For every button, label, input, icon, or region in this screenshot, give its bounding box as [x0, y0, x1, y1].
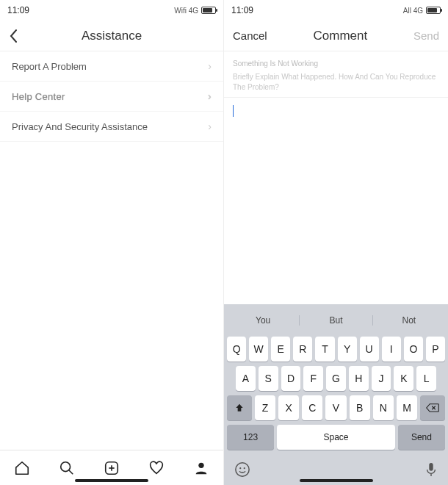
key-k[interactable]: K	[394, 366, 413, 391]
battery-icon	[426, 7, 441, 14]
suggestion-1[interactable]: You	[227, 315, 299, 326]
key-j[interactable]: J	[372, 366, 391, 391]
numbers-key[interactable]: 123	[227, 425, 274, 450]
svg-point-8	[236, 463, 249, 476]
svg-line-1	[69, 470, 73, 474]
suggestion-row: You But Not	[227, 309, 445, 332]
keyboard-send-key[interactable]: Send	[398, 425, 445, 450]
emoji-icon[interactable]	[234, 461, 250, 478]
prompt-line2: Briefly Explain What Happened. How And C…	[233, 72, 439, 93]
prompt-line1: Something Is Not Working	[233, 59, 439, 69]
key-r[interactable]: R	[293, 337, 312, 362]
activity-heart-icon[interactable]	[148, 460, 165, 476]
key-e[interactable]: E	[271, 337, 290, 362]
key-i[interactable]: I	[382, 337, 401, 362]
status-bar-left: 11:09 Wifi 4G	[0, 0, 223, 21]
menu-item-help-center[interactable]: Help Center ›	[0, 82, 223, 112]
key-w[interactable]: W	[249, 337, 268, 362]
key-t[interactable]: T	[315, 337, 334, 362]
menu-label: Report A Problem	[12, 61, 87, 72]
search-icon[interactable]	[59, 460, 75, 476]
comment-input[interactable]	[224, 98, 448, 304]
mic-icon[interactable]	[424, 461, 438, 478]
backspace-key[interactable]	[420, 395, 445, 420]
svg-point-5	[198, 462, 203, 467]
svg-point-9	[239, 467, 241, 469]
key-row-3: Z X C V B N M	[227, 395, 445, 420]
suggestion-2[interactable]: But	[299, 315, 372, 326]
menu-item-report-problem[interactable]: Report A Problem ›	[0, 51, 223, 82]
space-key[interactable]: Space	[277, 425, 395, 450]
page-title: Comment	[313, 29, 367, 43]
key-p[interactable]: P	[426, 337, 445, 362]
suggestion-3[interactable]: Not	[373, 315, 445, 326]
home-indicator[interactable]	[300, 479, 373, 482]
comment-prompt: Something Is Not Working Briefly Explain…	[224, 51, 448, 98]
keyboard: You But Not Q W E R T Y U I O P A S D F	[224, 304, 448, 457]
key-d[interactable]: D	[281, 366, 301, 391]
key-h[interactable]: H	[349, 366, 369, 391]
svg-point-10	[244, 467, 245, 469]
menu-label: Privacy And Security Assistance	[12, 121, 148, 132]
menu-item-privacy-security[interactable]: Privacy And Security Assistance ›	[0, 112, 223, 142]
profile-icon[interactable]	[193, 460, 209, 476]
key-row-2: A S D F G H J K L	[227, 366, 445, 391]
key-x[interactable]: X	[278, 395, 299, 420]
status-bar-right: 11:09 All 4G	[224, 0, 448, 21]
chevron-right-icon: ›	[208, 121, 212, 132]
svg-rect-11	[429, 463, 433, 471]
key-n[interactable]: N	[373, 395, 394, 420]
home-icon[interactable]	[14, 460, 30, 476]
key-m[interactable]: M	[397, 395, 417, 420]
key-f[interactable]: F	[303, 366, 323, 391]
text-cursor	[233, 105, 234, 117]
cancel-button[interactable]: Cancel	[233, 29, 267, 42]
assistance-menu: Report A Problem › Help Center › Privacy…	[0, 51, 223, 450]
send-button[interactable]: Send	[413, 29, 439, 42]
chevron-right-icon: ›	[208, 60, 212, 72]
key-z[interactable]: Z	[255, 395, 275, 420]
key-l[interactable]: L	[416, 366, 436, 391]
back-button[interactable]	[9, 29, 46, 43]
page-title: Assistance	[46, 29, 178, 43]
network-label: Wifi 4G	[174, 7, 198, 15]
home-indicator[interactable]	[75, 479, 148, 482]
network-label: All 4G	[403, 7, 423, 15]
key-a[interactable]: A	[236, 366, 256, 391]
key-q[interactable]: Q	[227, 337, 246, 362]
key-u[interactable]: U	[360, 337, 379, 362]
menu-label: Help Center	[12, 91, 65, 102]
battery-icon	[201, 7, 216, 14]
key-b[interactable]: B	[350, 395, 370, 420]
key-row-4: 123 Space Send	[227, 425, 445, 450]
chevron-right-icon: ›	[208, 90, 212, 102]
key-s[interactable]: S	[259, 366, 278, 391]
status-time: 11:09	[7, 5, 29, 15]
key-c[interactable]: C	[302, 395, 322, 420]
key-g[interactable]: G	[326, 366, 346, 391]
svg-point-0	[61, 461, 71, 471]
key-v[interactable]: V	[325, 395, 346, 420]
key-row-1: Q W E R T Y U I O P	[227, 337, 445, 362]
nav-bar-comment: Cancel Comment Send	[224, 21, 448, 51]
key-o[interactable]: O	[404, 337, 423, 362]
add-post-icon[interactable]	[104, 460, 120, 476]
shift-key[interactable]	[227, 395, 252, 420]
status-time: 11:09	[231, 5, 253, 15]
nav-bar-assistance: Assistance	[0, 21, 223, 51]
keyboard-bottom-row	[224, 457, 448, 485]
key-y[interactable]: Y	[338, 337, 357, 362]
